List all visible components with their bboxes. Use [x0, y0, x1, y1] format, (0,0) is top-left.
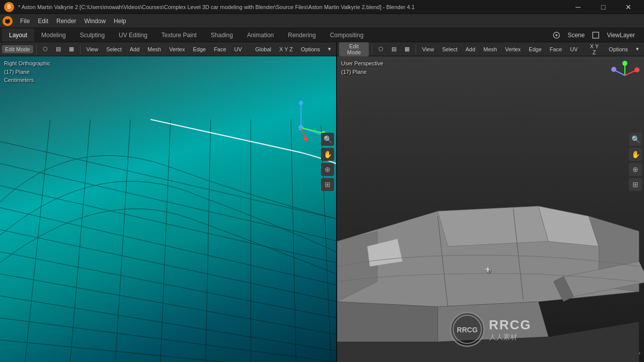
options-arrow-right[interactable]: ▾: [633, 45, 642, 53]
rrcg-sub-label: 人人素材: [489, 333, 532, 342]
viewport-right-header: Edit Mode ⬡ ▤ ▦ View Select Add Mesh Ver…: [337, 42, 644, 56]
add-menu-left[interactable]: Add: [127, 45, 143, 53]
select-menu-right[interactable]: Select: [439, 45, 461, 53]
tab-uv-editing[interactable]: UV Editing: [112, 28, 154, 42]
zoom-tool-right[interactable]: 🔍: [629, 133, 642, 146]
svg-point-31: [304, 137, 308, 141]
vertex-menu-right[interactable]: Vertex: [502, 45, 524, 53]
viewport-right[interactable]: + Edit Mode ⬡ ▤ ▦ View Select Add Mesh V…: [337, 42, 644, 362]
svg-line-16: [25, 120, 50, 362]
scene-selector[interactable]: Scene: [564, 31, 589, 40]
tab-rendering[interactable]: Rendering: [281, 28, 323, 42]
tab-texture-paint[interactable]: Texture Paint: [154, 28, 204, 42]
tab-shading[interactable]: Shading: [204, 28, 240, 42]
options-arrow-left[interactable]: ▾: [325, 45, 334, 53]
add-menu-right[interactable]: Add: [462, 45, 478, 53]
blender-icon: B: [4, 2, 14, 12]
svg-marker-33: [438, 206, 548, 246]
viewlayer-selector[interactable]: ViewLayer: [603, 31, 639, 40]
view-menu-right[interactable]: View: [419, 45, 437, 53]
options-left[interactable]: Options: [298, 45, 323, 53]
mesh-menu-left[interactable]: Mesh: [144, 45, 164, 53]
svg-line-49: [615, 70, 625, 75]
transform-tool-right[interactable]: ⊕: [629, 163, 642, 176]
viewports: Edit Mode ⬡ ▤ ▦ View Select Add Mesh Ver…: [0, 42, 644, 362]
menu-help[interactable]: Help: [110, 16, 130, 26]
window-title: * Aston Martin Valkyrie 2 [C:\Users\mowa…: [18, 4, 567, 10]
svg-point-48: [634, 67, 639, 72]
mesh-menu-right[interactable]: Mesh: [480, 45, 500, 53]
svg-line-19: [160, 120, 171, 362]
menu-edit[interactable]: Edit: [34, 16, 52, 26]
viewport-left-header: Edit Mode ⬡ ▤ ▦ View Select Add Mesh Ver…: [0, 42, 336, 56]
shading-global[interactable]: Global: [252, 45, 274, 53]
zoom-tool[interactable]: 🔍: [321, 133, 334, 146]
uv-menu-left[interactable]: UV: [231, 45, 245, 53]
watermark: RRCG RRCG 人人素材: [450, 312, 532, 347]
left-side-tools: 🔍 ✋ ⊕ ⊞: [321, 133, 334, 191]
edge-menu-right[interactable]: Edge: [526, 45, 545, 53]
coords-right[interactable]: X Y Z: [585, 42, 604, 56]
face-menu-left[interactable]: Face: [211, 45, 229, 53]
transform-tool[interactable]: ⊕: [321, 163, 334, 176]
header-divider-1: [36, 44, 37, 54]
tab-modeling[interactable]: Modeling: [34, 28, 73, 42]
vertex-menu-left[interactable]: Vertex: [166, 45, 188, 53]
svg-marker-36: [337, 302, 438, 342]
right-axis-gizmo: [610, 60, 640, 90]
options-right[interactable]: Options: [606, 45, 631, 53]
svg-line-47: [625, 70, 636, 75]
edit-mode-button-right[interactable]: Edit Mode: [339, 42, 369, 56]
move-tool-right[interactable]: ✋: [629, 148, 642, 161]
uv-menu-right[interactable]: UV: [567, 45, 581, 53]
grid-tool[interactable]: ⊞: [321, 178, 334, 191]
svg-point-29: [299, 101, 303, 105]
face-menu-right[interactable]: Face: [547, 45, 565, 53]
rrcg-text-block: RRCG 人人素材: [489, 317, 532, 342]
tab-sculpting[interactable]: Sculpting: [73, 28, 112, 42]
tab-animation[interactable]: Animation: [240, 28, 281, 42]
edge-menu-left[interactable]: Edge: [190, 45, 209, 53]
svg-line-15: [0, 340, 336, 362]
title-bar: B * Aston Martin Valkyrie 2 [C:\Users\mo…: [0, 0, 644, 14]
viewport-left[interactable]: Edit Mode ⬡ ▤ ▦ View Select Add Mesh Ver…: [0, 42, 337, 362]
main-content: Edit Mode ⬡ ▤ ▦ View Select Add Mesh Ver…: [0, 42, 644, 362]
view-menu-left[interactable]: View: [84, 45, 102, 53]
tab-compositing[interactable]: Compositing: [323, 28, 371, 42]
tab-layout[interactable]: Layout: [2, 28, 34, 42]
svg-line-10: [0, 230, 336, 302]
svg-point-2: [7, 18, 9, 20]
move-tool[interactable]: ✋: [321, 148, 334, 161]
menu-window[interactable]: Window: [80, 16, 110, 26]
svg-point-46: [622, 61, 627, 66]
menu-file[interactable]: File: [16, 16, 34, 26]
rrcg-logo-circle: RRCG: [450, 312, 485, 347]
grid-tool-right[interactable]: ⊞: [629, 178, 642, 191]
face-display-button[interactable]: ▦: [66, 45, 77, 53]
close-button[interactable]: ✕: [617, 0, 640, 14]
svg-line-22: [291, 120, 296, 362]
svg-line-8: [0, 186, 336, 263]
edge-display-button-r[interactable]: ▤: [388, 45, 399, 53]
face-display-button-r[interactable]: ▦: [401, 45, 413, 53]
vertex-display-button-r[interactable]: ⬡: [375, 45, 386, 53]
window-controls: ─ □ ✕: [567, 0, 640, 14]
vertex-display-button[interactable]: ⬡: [40, 45, 51, 53]
header-divider-2: [80, 44, 80, 54]
svg-line-20: [206, 120, 211, 362]
coords-left[interactable]: X Y Z: [276, 45, 296, 53]
menu-render[interactable]: Render: [52, 16, 80, 26]
right-header-divider-2: [416, 44, 416, 54]
svg-line-7: [0, 163, 336, 241]
edit-mode-button[interactable]: Edit Mode: [2, 45, 33, 53]
svg-line-27: [301, 128, 324, 133]
scene-icon: [552, 31, 560, 39]
svg-rect-5: [593, 32, 599, 38]
select-menu-left[interactable]: Select: [103, 45, 125, 53]
maximize-button[interactable]: □: [592, 0, 615, 14]
svg-line-17: [70, 120, 91, 362]
minimize-button[interactable]: ─: [567, 0, 590, 14]
edge-display-button[interactable]: ▤: [53, 45, 64, 53]
svg-line-11: [0, 252, 336, 318]
rrcg-main-label: RRCG: [489, 317, 532, 333]
